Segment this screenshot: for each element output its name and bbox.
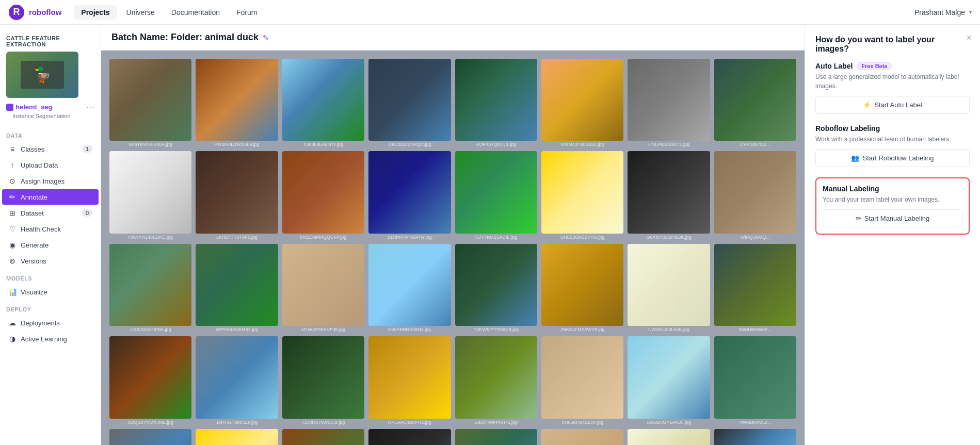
image-filename: 5UY7KMZ5ACIL.jpg xyxy=(455,235,537,240)
more-options-button[interactable]: ⋯ xyxy=(86,102,94,112)
right-panel: × How do you want to label your images? … xyxy=(805,25,980,445)
nav-link-universe[interactable]: Universe xyxy=(119,5,162,20)
project-thumbnail: 🦆 xyxy=(6,52,78,98)
sidebar-item-visualize[interactable]: 📊 Visualize xyxy=(2,284,99,300)
image-preview xyxy=(282,244,364,326)
image-cell[interactable]: img40.jpg xyxy=(714,429,796,446)
image-filename: 7WMDKAVL2... xyxy=(714,420,796,425)
image-cell[interactable]: CVP1867DZ... xyxy=(714,59,796,147)
image-cell[interactable]: G6XMY02GR9OK.jpg xyxy=(628,151,710,239)
sidebar-item-dataset[interactable]: ⊞ Dataset 0 xyxy=(2,205,99,221)
image-cell[interactable]: 5UY7KMZ5ACIL.jpg xyxy=(455,151,537,239)
sidebar-item-classes[interactable]: ≡ Classes 1 xyxy=(2,141,99,157)
image-preview xyxy=(282,429,364,446)
image-cell[interactable]: HNLP652S93T1.jpg xyxy=(628,59,710,147)
image-cell[interactable]: 436CB10BNPQC.jpg xyxy=(368,59,451,147)
image-cell[interactable]: 1BGGCGY5ANJ3.jpg xyxy=(628,336,710,424)
image-filename: XH65KH84BE0F.jpg xyxy=(541,420,623,425)
sidebar-item-versions[interactable]: ⊚ Versions xyxy=(2,253,99,269)
image-filename: 436CB10BNPQC.jpg xyxy=(368,142,451,147)
sidebar-item-annotate[interactable]: ✏ Annotate xyxy=(2,189,99,205)
image-cell[interactable]: KWM43T90B83Z.jpg xyxy=(541,59,623,147)
image-cell[interactable]: img35.jpg xyxy=(282,429,364,446)
auto-label-title: Auto Label xyxy=(815,62,853,70)
image-preview xyxy=(368,429,451,446)
image-thumbnail xyxy=(628,59,710,141)
image-cell[interactable]: WIFQU0MQ... xyxy=(714,151,796,239)
close-button[interactable]: × xyxy=(966,33,972,42)
image-thumbnail xyxy=(455,336,537,418)
image-cell[interactable]: img34.jpg xyxy=(196,429,278,446)
auto-label-desc: Use a large generalized model to automat… xyxy=(815,72,970,91)
image-cell[interactable]: S820HWFP8H71.jpg xyxy=(455,336,537,424)
image-cell[interactable]: JJU20X43NPB6.jpg xyxy=(109,244,191,332)
start-roboflow-labeling-button[interactable]: 👥 Start Roboflow Labeling xyxy=(815,149,970,167)
edit-icon[interactable]: ✎ xyxy=(263,34,269,42)
image-cell[interactable]: 95MUBNWZ9... xyxy=(714,244,796,332)
visualize-icon: 📊 xyxy=(8,288,17,296)
sidebar-item-deployments[interactable]: ☁ Deployments xyxy=(2,315,99,331)
logo[interactable]: R roboflow xyxy=(8,4,61,21)
nav-link-documentation[interactable]: Documentation xyxy=(164,5,227,20)
image-cell[interactable]: 81RPPRFNGPHY.jpg xyxy=(368,151,451,239)
nav-link-forum[interactable]: Forum xyxy=(229,5,264,20)
user-menu[interactable]: Prashant Malge ▾ xyxy=(914,8,972,17)
annotate-icon: ✏ xyxy=(8,193,17,201)
sidebar-item-health-check[interactable]: ♡ Health Check xyxy=(2,221,99,237)
image-cell[interactable]: 8NSEMPMQQCFP.jpg xyxy=(282,151,364,239)
image-cell[interactable]: FW3RHEJW2GL9.jpg xyxy=(196,59,278,147)
image-cell[interactable]: img38.jpg xyxy=(541,429,623,446)
image-cell[interactable]: M1W3P0KKVPJ8.jpg xyxy=(282,244,364,332)
image-cell[interactable]: TZKWMPTTD6D9.jpg xyxy=(455,244,537,332)
sidebar-item-assign-images[interactable]: ⊙ Assign Images xyxy=(2,173,99,189)
image-cell[interactable]: XH65KH84BE0F.jpg xyxy=(541,336,623,424)
image-cell[interactable]: 1N4HGT3903ZF.jpg xyxy=(196,336,278,424)
image-preview xyxy=(196,429,278,446)
deploy-section-label: Deploy xyxy=(0,300,101,315)
image-preview xyxy=(541,429,623,446)
image-preview xyxy=(714,336,796,418)
image-filename: AOFX57QMJ11.jpg xyxy=(455,142,537,147)
image-cell[interactable]: JNKE4FMZZWYF.jpg xyxy=(541,244,623,332)
image-cell[interactable]: RPLAAC4B0PH2.jpg xyxy=(368,336,451,424)
project-name: CATTLE FEATURE EXTRACTION xyxy=(6,35,94,47)
image-cell[interactable]: img36.jpg xyxy=(368,429,451,446)
image-preview xyxy=(368,336,451,418)
image-thumbnail xyxy=(628,336,710,418)
image-cell[interactable]: 7WMDKAVL2... xyxy=(714,336,796,424)
image-filename: UH6E0GK8ZVRA.jpg xyxy=(541,235,623,240)
image-thumbnail xyxy=(455,429,537,446)
image-thumbnail xyxy=(368,59,451,141)
image-filename: E60ABBNX55N1.jpg xyxy=(368,327,451,332)
image-cell[interactable]: UH6E0GK8ZVRA.jpg xyxy=(541,151,623,239)
sidebar-item-upload-data[interactable]: ↑ Upload Data xyxy=(2,157,99,173)
image-cell[interactable]: 5PP594XNEM92.jpg xyxy=(196,244,278,332)
health-icon: ♡ xyxy=(8,225,17,233)
image-cell[interactable]: LKRDTT7JT8F2.jpg xyxy=(196,151,278,239)
image-preview xyxy=(282,59,364,141)
image-preview xyxy=(109,59,191,141)
classes-badge: 1 xyxy=(82,145,92,153)
image-cell[interactable]: img33.jpg xyxy=(109,429,191,446)
image-cell[interactable]: 6K6TKWVFS30A.jpg xyxy=(109,59,191,147)
beta-badge: Free Beta xyxy=(857,62,892,70)
image-cell[interactable]: UWVELI23L65E.jpg xyxy=(628,244,710,332)
nav-link-projects[interactable]: Projects xyxy=(74,5,117,20)
image-cell[interactable]: img37.jpg xyxy=(455,429,537,446)
image-thumbnail xyxy=(282,336,364,418)
image-cell[interactable]: AOFX57QMJ11.jpg xyxy=(455,59,537,147)
image-cell[interactable]: R9WXN148EDKE.jpg xyxy=(109,151,191,239)
sidebar-item-generate[interactable]: ◉ Generate xyxy=(2,237,99,253)
image-cell[interactable]: 72J3RX78W5CG.jpg xyxy=(282,336,364,424)
image-cell[interactable]: img39.jpg xyxy=(628,429,710,446)
image-preview xyxy=(455,336,537,418)
image-cell[interactable]: E60ABBNX55N1.jpg xyxy=(368,244,451,332)
top-navigation: R roboflow Projects Universe Documentati… xyxy=(0,0,980,25)
nav-links: Projects Universe Documentation Forum xyxy=(74,5,914,20)
sidebar-item-active-learning[interactable]: ◑ Active Learning xyxy=(2,331,99,347)
start-auto-label-button[interactable]: ⚡ Start Auto Label xyxy=(815,96,970,114)
start-manual-labeling-button[interactable]: ✏ Start Manual Labeling xyxy=(823,209,962,227)
image-preview xyxy=(541,244,623,326)
image-cell[interactable]: T06388LA8JRY.jpg xyxy=(282,59,364,147)
image-cell[interactable]: 0DQS2YNMXJME.jpg xyxy=(109,336,191,424)
